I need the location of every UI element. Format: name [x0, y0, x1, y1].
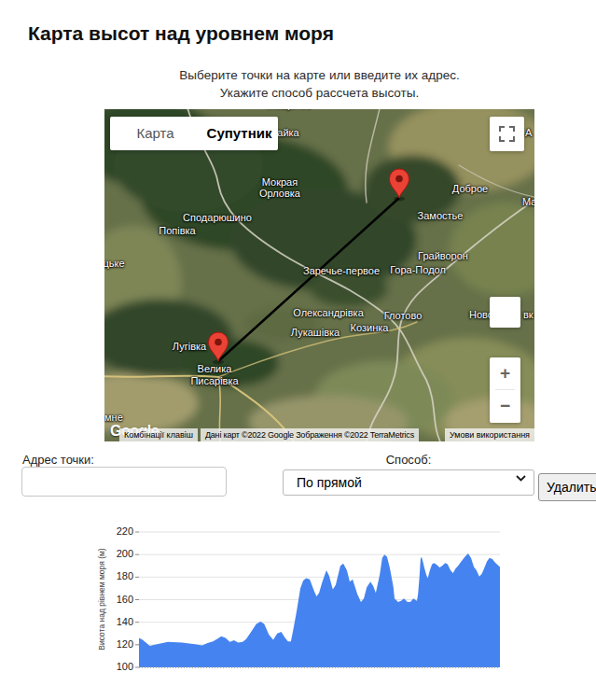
- instructions-line-1: Выберите точки на карте или введите их а…: [104, 66, 534, 84]
- keyboard-shortcuts-link[interactable]: Комбінації клавіш: [119, 428, 198, 441]
- method-label: Способ:: [283, 453, 534, 467]
- y-tick-label: 100: [0, 661, 133, 672]
- y-tick-label: 220: [0, 525, 133, 537]
- map-view-button[interactable]: Карта: [110, 117, 201, 150]
- y-tick-label: 200: [0, 548, 133, 559]
- zoom-in-button[interactable]: +: [490, 357, 520, 389]
- fullscreen-icon: [498, 125, 516, 143]
- method-select-wrap: По прямой: [283, 469, 534, 496]
- method-select[interactable]: По прямой: [283, 469, 534, 496]
- zoom-control: + −: [490, 357, 520, 423]
- elevation-chart: Висота над рівнем моря (м) 1001201401601…: [0, 518, 596, 691]
- y-tick-label: 120: [0, 638, 133, 650]
- map-data-attribution: Дані карт ©2022 Google Зображення ©2022 …: [201, 428, 419, 441]
- delete-points-button[interactable]: Удалить точки: [538, 473, 596, 501]
- elevation-area-plot: [134, 531, 500, 668]
- address-input[interactable]: [21, 467, 227, 497]
- map-attribution: Комбінації клавіш Дані карт ©2022 Google…: [104, 428, 534, 441]
- instructions-line-2: Укажите способ рассчета высоты.: [104, 84, 534, 102]
- pegman-control[interactable]: [490, 297, 520, 328]
- page-title: Карта высот над уровнем моря: [28, 22, 334, 45]
- satellite-imagery: [104, 109, 534, 441]
- map-canvas[interactable]: Мощеное айка Мокрая Орловка Сподарюшино …: [104, 109, 534, 441]
- map-type-control: Карта Супутник: [110, 117, 278, 150]
- zoom-out-button[interactable]: −: [490, 390, 520, 422]
- satellite-view-button[interactable]: Супутник: [201, 117, 278, 150]
- instructions: Выберите точки на карте или введите их а…: [104, 66, 534, 102]
- terms-of-use-link[interactable]: Умови використання: [445, 428, 534, 441]
- y-tick-label: 180: [0, 570, 133, 581]
- elevation-area-series: [139, 553, 500, 667]
- address-label: Адрес точки:: [22, 453, 94, 467]
- y-tick-label: 140: [0, 616, 133, 627]
- fullscreen-button[interactable]: [490, 117, 524, 151]
- y-tick-label: 160: [0, 594, 133, 605]
